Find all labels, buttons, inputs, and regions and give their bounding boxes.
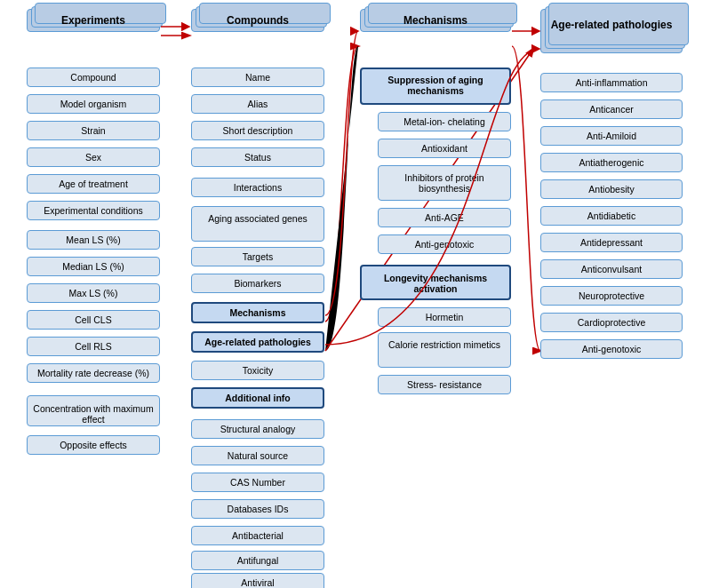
mech-anti-genotoxic: Anti-genotoxic — [378, 234, 511, 254]
comp-name: Name — [191, 68, 324, 87]
path-neuroprotective: Neuroprotective — [540, 286, 683, 306]
exp-concentration-max: Concentration with maximum effect — [27, 395, 160, 426]
path-antidiabetic: Antidiabetic — [540, 206, 683, 226]
path-anti-genotoxic: Anti-genotoxic — [540, 339, 683, 359]
mechanisms-header: Mechanisms — [360, 9, 511, 32]
experiments-header: Experiments — [27, 9, 160, 32]
comp-aging-genes: Aging associated genes — [191, 206, 324, 242]
mech-anti-age: Anti-AGE — [378, 208, 511, 227]
mech-calorie-restriction: Calorie restriction mimetics — [378, 332, 511, 368]
diagram: Experiments Compound Model organism Stra… — [0, 0, 711, 588]
path-anti-amiloid: Anti-Amiloid — [540, 126, 683, 146]
path-antiatherogenic: Antiatherogenic — [540, 153, 683, 172]
exp-age-of-treatment: Age of treatment — [27, 174, 160, 194]
exp-sex: Sex — [27, 147, 160, 167]
exp-median-ls: Median LS (%) — [27, 257, 160, 276]
exp-strain: Strain — [27, 121, 160, 140]
exp-experimental-conditions: Experimental conditions — [27, 201, 160, 220]
path-anticancer: Anticancer — [540, 99, 683, 119]
mech-longevity: Longevity mechanisms activation — [360, 265, 511, 300]
exp-model-organism: Model organism — [27, 94, 160, 114]
comp-toxicity: Toxicity — [191, 361, 324, 380]
comp-antifungal: Antifungal — [191, 551, 324, 570]
mech-suppression: Suppression of aging mechanisms — [360, 68, 511, 105]
path-anticonvulsant: Anticonvulsant — [540, 259, 683, 279]
comp-additional-info: Additional info — [191, 387, 324, 409]
mech-antioxidant: Antioxidant — [378, 139, 511, 158]
pathologies-header: Age-related pathologies — [540, 9, 683, 53]
mech-hormetin: Hormetin — [378, 307, 511, 327]
exp-mortality-rate: Mortality rate decrease (%) — [27, 363, 160, 383]
mech-stress-resistance: Stress- resistance — [378, 375, 511, 394]
comp-cas-number: CAS Number — [191, 473, 324, 492]
comp-antibacterial: Antibacterial — [191, 526, 324, 545]
comp-natural-source: Natural source — [191, 446, 324, 465]
exp-cell-cls: Cell CLS — [27, 310, 160, 330]
mech-metal-ion: Metal-ion- chelating — [378, 112, 511, 131]
comp-age-related-path: Age-related pathologies — [191, 331, 324, 353]
comp-biomarkers: Biomarkers — [191, 274, 324, 293]
comp-databases-ids: Databases IDs — [191, 499, 324, 519]
exp-compound: Compound — [27, 68, 160, 87]
mech-inhibitors-protein: Inhibitors of protein biosynthesis — [378, 165, 511, 201]
comp-targets: Targets — [191, 247, 324, 266]
exp-max-ls: Max LS (%) — [27, 283, 160, 303]
comp-structural-analogy: Structural analogy — [191, 419, 324, 439]
comp-interactions: Interactions — [191, 178, 324, 197]
path-antidepressant: Antidepressant — [540, 233, 683, 252]
comp-short-desc: Short description — [191, 121, 324, 140]
exp-cell-rls: Cell RLS — [27, 337, 160, 356]
comp-mechanisms: Mechanisms — [191, 302, 324, 323]
path-anti-inflammation: Anti-inflammation — [540, 73, 683, 92]
compounds-header: Compounds — [191, 9, 324, 32]
comp-antiviral: Antiviral — [191, 573, 324, 588]
exp-mean-ls: Mean LS (%) — [27, 230, 160, 250]
path-cardioprotective: Cardioprotective — [540, 313, 683, 332]
exp-opposite-effects: Opposite effects — [27, 435, 160, 455]
comp-status: Status — [191, 147, 324, 167]
comp-alias: Alias — [191, 94, 324, 114]
path-antiobesity: Antiobesity — [540, 179, 683, 199]
